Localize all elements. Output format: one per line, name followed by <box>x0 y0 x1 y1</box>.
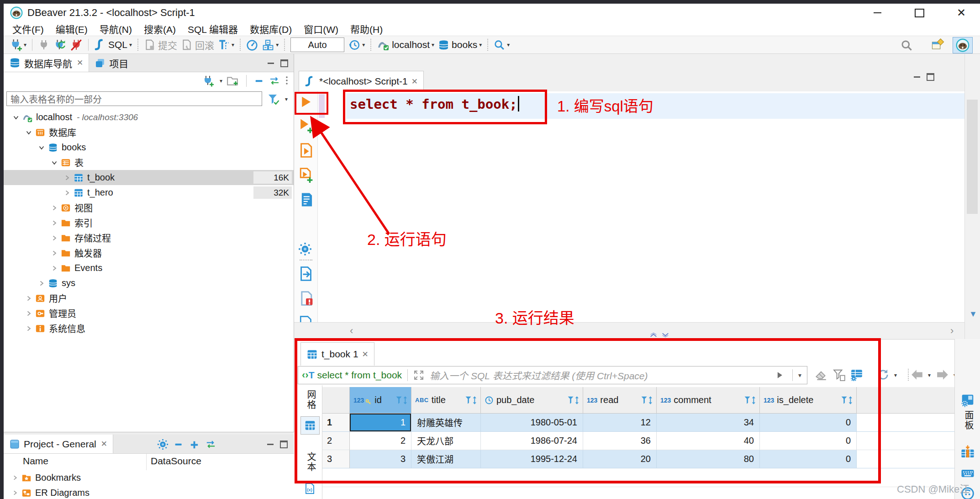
tab-text[interactable]: {x} <box>300 479 320 498</box>
tasks-button[interactable]: ▾ <box>260 37 280 53</box>
menu-item[interactable]: 数据库(D) <box>244 22 298 36</box>
maximize-panel-icon[interactable] <box>280 441 288 448</box>
tab-text-label[interactable]: 文本 <box>305 452 318 472</box>
new-connection-button[interactable]: ▾ <box>8 37 28 53</box>
fetch-next-page-icon[interactable] <box>960 445 975 460</box>
tree-item-sys[interactable]: sys <box>4 276 294 291</box>
expand-arrow-icon[interactable] <box>48 204 60 212</box>
link-with-editor-icon[interactable] <box>205 439 216 450</box>
collapse-arrow-icon[interactable] <box>10 114 22 121</box>
panel-tab-label[interactable]: 面板 <box>962 410 975 430</box>
expand-arrow-icon[interactable] <box>23 295 35 302</box>
cell-title[interactable]: 笑傲江湖 <box>411 450 481 468</box>
expand-arrow-icon[interactable] <box>48 250 60 257</box>
tree-item-存储过程[interactable]: 存储过程 <box>4 230 294 245</box>
view-menu-icon[interactable] <box>285 75 289 86</box>
tab-database-navigator[interactable]: 数据库导航 ✕ <box>4 54 89 72</box>
perspective-icon[interactable] <box>931 38 944 52</box>
new-folder-icon[interactable] <box>227 75 238 87</box>
cell-read[interactable]: 36 <box>583 432 657 450</box>
minimize-panel-icon[interactable] <box>268 63 274 64</box>
chevron-down-icon[interactable]: ▾ <box>285 96 288 102</box>
row-number[interactable]: 2 <box>322 432 350 450</box>
empty-grid-row[interactable] <box>322 487 954 499</box>
expand-arrow-icon[interactable] <box>23 310 35 317</box>
search-objects-button[interactable]: ▾ <box>492 37 511 53</box>
tab-project-general[interactable]: Project - General ✕ <box>4 435 113 453</box>
editor-horizontal-scrollbar[interactable]: ‹ › <box>294 322 964 339</box>
filter-history-chevron-icon[interactable]: ▾ <box>798 372 801 378</box>
chevron-down-icon[interactable]: ▾ <box>479 42 482 48</box>
column-header-comment[interactable]: 123comment <box>657 387 760 414</box>
expand-arrow-icon[interactable] <box>10 474 20 481</box>
cell-pub_date[interactable]: 1995-12-24 <box>481 450 583 468</box>
cell-read[interactable]: 20 <box>583 450 657 468</box>
refresh-results-icon[interactable] <box>877 368 890 381</box>
tree-item-用户[interactable]: 用户 <box>4 291 294 306</box>
apply-filter-icon[interactable] <box>775 371 784 380</box>
menu-item[interactable]: 导航(N) <box>94 22 138 36</box>
database-selector[interactable]: books▾ <box>437 37 483 53</box>
cell-id[interactable]: 2 <box>350 432 411 450</box>
scrollbar-thumb[interactable] <box>967 100 978 214</box>
collapse-arrow-icon[interactable] <box>48 159 60 166</box>
close-tab-icon[interactable]: ✕ <box>77 58 83 68</box>
collapse-all-icon[interactable] <box>254 76 264 86</box>
project-item-ER Diagrams[interactable]: ER Diagrams <box>4 485 294 499</box>
chevron-down-icon[interactable]: ▾ <box>507 42 510 48</box>
column-header-title[interactable]: ABCtitle <box>411 387 481 414</box>
connect-button[interactable] <box>37 37 51 53</box>
tab-grid[interactable] <box>300 416 320 435</box>
link-with-editor-icon[interactable] <box>269 75 280 87</box>
dashboard-button[interactable] <box>245 37 259 53</box>
tree-item-表[interactable]: 表 <box>4 155 294 170</box>
transaction-mode-button[interactable]: ▾ <box>216 37 236 53</box>
menu-item[interactable]: 文件(F) <box>6 22 50 36</box>
expand-arrow-icon[interactable] <box>48 265 60 272</box>
cell-is_delete[interactable]: 0 <box>760 432 857 450</box>
expand-filter-icon[interactable] <box>413 370 424 381</box>
close-tab-icon[interactable]: ✕ <box>362 350 369 359</box>
dbeaver-perspective-button[interactable] <box>953 37 973 53</box>
menu-item[interactable]: 窗口(W) <box>298 22 344 36</box>
scroll-left-icon[interactable]: ‹ <box>350 326 353 336</box>
filter-sort-icon[interactable] <box>841 395 854 405</box>
cell-pub_date[interactable]: 1986-07-24 <box>481 432 583 450</box>
column-name-header[interactable]: Name <box>23 456 48 467</box>
filter-sort-icon[interactable] <box>641 395 653 405</box>
cell-comment[interactable]: 34 <box>657 414 760 432</box>
cell-is_delete[interactable]: 0 <box>760 450 857 468</box>
tree-item-索引[interactable]: 索引 <box>4 215 294 230</box>
menu-item[interactable]: SQL 编辑器 <box>182 22 244 36</box>
tree-item-t_hero[interactable]: t_hero32K <box>4 185 294 200</box>
expand-arrow-icon[interactable] <box>61 189 73 196</box>
chevron-down-icon[interactable]: ▾ <box>232 42 234 48</box>
commit-mode-select[interactable]: Auto <box>290 37 344 52</box>
tree-item-系统信息[interactable]: 系统信息 <box>4 321 294 336</box>
menu-item[interactable]: 搜索(A) <box>138 22 182 36</box>
validation-button[interactable] <box>298 291 314 306</box>
chevron-down-icon[interactable]: ▾ <box>24 42 26 48</box>
expand-arrow-icon[interactable] <box>61 174 73 181</box>
expand-arrow-icon[interactable] <box>23 325 35 332</box>
table-filter-input[interactable]: 输入表格名称的一部分 <box>6 91 262 106</box>
execute-script-button[interactable] <box>298 143 314 158</box>
collapse-all-icon[interactable] <box>174 440 184 449</box>
next-page-icon[interactable] <box>936 368 949 381</box>
execute-script-new-tab-button[interactable] <box>298 167 314 183</box>
tree-item-数据库[interactable]: 数据库 <box>4 125 294 140</box>
previous-page-icon[interactable] <box>911 368 923 381</box>
scroll-down-icon[interactable]: ▼ <box>969 310 977 318</box>
filter-sort-icon[interactable] <box>465 395 478 405</box>
export-from-query-button[interactable] <box>298 266 314 281</box>
chevron-down-icon[interactable]: ▾ <box>276 42 279 48</box>
row-number-header[interactable] <box>322 387 350 414</box>
minimize-panel-icon[interactable] <box>267 444 274 445</box>
column-header-read[interactable]: 123read <box>583 387 657 414</box>
tree-item-视图[interactable]: 视图 <box>4 200 294 215</box>
chevron-down-icon[interactable]: ▾ <box>928 372 931 378</box>
tab-grid-label[interactable]: 网格 <box>305 390 318 410</box>
cell-title[interactable]: 射雕英雄传 <box>411 414 481 432</box>
sql-editor-canvas[interactable]: select * from t_book; <box>318 91 964 322</box>
panel-toggle-icon[interactable] <box>960 393 975 408</box>
